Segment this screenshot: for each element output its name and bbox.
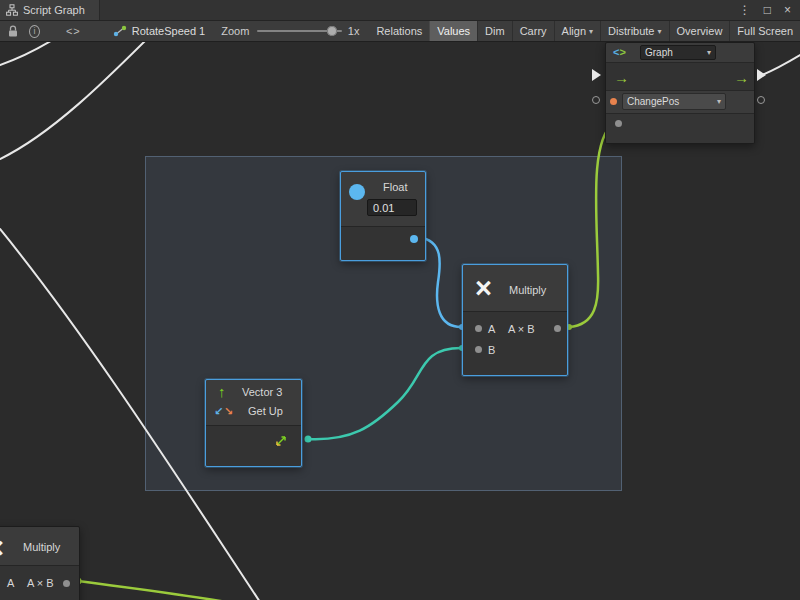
- port-label-a: A: [7, 576, 14, 590]
- node-port-area: A A × B: [0, 565, 79, 600]
- script-graph-window: Script Graph ⋮ □ × i <> RotateSpeed 1 Zo…: [0, 0, 800, 600]
- code-brackets-icon[interactable]: <>: [66, 25, 81, 37]
- node-port-area: [606, 113, 754, 143]
- button-label: Align: [562, 25, 586, 37]
- info-icon[interactable]: i: [29, 25, 40, 38]
- dropdown-label: Graph: [645, 47, 673, 58]
- multiply-input-b-port[interactable]: [475, 346, 482, 353]
- node-vector3-get-up[interactable]: ↑ Vector 3 ↙ ↘ Get Up: [205, 379, 302, 467]
- align-dropdown[interactable]: Align ▾: [554, 21, 600, 41]
- multiply-output-port[interactable]: [63, 580, 70, 587]
- toolbar-buttons: Relations Values Dim Carry Align ▾ Distr…: [369, 21, 800, 41]
- values-button[interactable]: Values: [429, 21, 477, 41]
- node-subtitle: Get Up: [248, 404, 283, 418]
- vector-axes-icon: [274, 434, 288, 448]
- multiply-icon: ×: [0, 533, 4, 563]
- node-title: Vector 3: [242, 385, 282, 399]
- graph-canvas[interactable]: Float 0.01 × Multiply A A × B B ↑: [0, 42, 800, 600]
- button-label: Dim: [485, 25, 505, 37]
- button-label: Carry: [520, 25, 547, 37]
- float-value-field[interactable]: 0.01: [367, 199, 417, 216]
- flow-output-port[interactable]: [757, 69, 766, 81]
- tab-script-graph[interactable]: Script Graph: [0, 0, 100, 20]
- port-label-b: B: [488, 343, 495, 357]
- chevron-down-icon: ▾: [707, 48, 711, 57]
- port-label-a: A: [488, 322, 495, 336]
- node-port-area: A A × B B: [463, 311, 567, 375]
- kebab-menu-icon[interactable]: ⋮: [739, 3, 751, 17]
- script-graph-icon: [6, 4, 18, 16]
- wire-partial-multiply-offscreen[interactable]: [78, 581, 238, 600]
- port-label-axb: A × B: [508, 322, 535, 336]
- dim-button[interactable]: Dim: [477, 21, 512, 41]
- button-label: Relations: [376, 25, 422, 37]
- chevron-down-icon: ▾: [717, 97, 721, 106]
- button-label: Distribute: [608, 25, 654, 37]
- visual-scripting-icon: <>: [613, 45, 626, 59]
- chevron-down-icon: ▾: [658, 27, 662, 36]
- maximize-icon[interactable]: □: [764, 3, 771, 17]
- multiply-icon: ×: [475, 273, 492, 303]
- float-value: 0.01: [373, 202, 394, 214]
- port-label-axb: A × B: [27, 576, 54, 590]
- wire-offscreen-top-right[interactable]: [762, 55, 800, 75]
- zoom-value: 1x: [348, 25, 360, 37]
- vector3-icon: ↑: [218, 384, 226, 399]
- close-icon[interactable]: ×: [784, 3, 791, 17]
- node-multiply-partial[interactable]: × Multiply A A × B: [0, 526, 80, 600]
- bracket-right: >: [619, 46, 625, 58]
- zoom-slider[interactable]: [257, 25, 341, 37]
- changepos-dropdown[interactable]: ChangePos ▾: [622, 93, 726, 110]
- zoom-label: Zoom: [221, 25, 249, 37]
- full-screen-button[interactable]: Full Screen: [729, 21, 800, 41]
- float-type-icon: [349, 184, 365, 200]
- chevron-down-icon: ▾: [589, 27, 593, 36]
- wire-offscreen-top-left-1[interactable]: [0, 42, 152, 159]
- overview-button[interactable]: Overview: [669, 21, 730, 41]
- graph-reference-label: RotateSpeed 1: [132, 25, 205, 37]
- graph-toolbar: i <> RotateSpeed 1 Zoom 1x Relations Val…: [0, 21, 800, 42]
- subgraph-data-input-port[interactable]: [615, 120, 622, 127]
- window-title: Script Graph: [23, 4, 85, 16]
- flow-input-port[interactable]: [592, 69, 601, 81]
- float-output-port[interactable]: [410, 235, 418, 243]
- get-arrow-in-icon: ↙: [214, 406, 223, 417]
- zoom-slider-handle[interactable]: [327, 26, 337, 36]
- distribute-dropdown[interactable]: Distribute ▾: [600, 21, 668, 41]
- multiply-output-port[interactable]: [554, 325, 561, 332]
- relations-button[interactable]: Relations: [369, 21, 429, 41]
- get-arrow-out-icon: ↘: [224, 406, 233, 417]
- graph-reference[interactable]: RotateSpeed 1: [113, 25, 205, 37]
- button-label: Values: [437, 25, 470, 37]
- flow-out-arrow-icon[interactable]: →: [734, 70, 749, 85]
- multiply-input-a-port[interactable]: [475, 325, 482, 332]
- graph-object-port[interactable]: [610, 98, 617, 105]
- window-controls: ⋮ □ ×: [739, 3, 800, 17]
- node-subgraph-changepos[interactable]: <> Graph ▾ → → ChangePos ▾: [605, 42, 755, 144]
- window-titlebar: Script Graph ⋮ □ ×: [0, 0, 800, 21]
- carry-button[interactable]: Carry: [512, 21, 554, 41]
- node-float[interactable]: Float 0.01: [340, 171, 426, 261]
- node-multiply[interactable]: × Multiply A A × B B: [462, 264, 568, 376]
- node-title: Float: [383, 180, 407, 194]
- flow-in-arrow-icon[interactable]: →: [614, 70, 629, 85]
- script-machine-icon: [113, 25, 127, 37]
- graph-dropdown[interactable]: Graph ▾: [640, 45, 716, 60]
- object-input-port[interactable]: [592, 96, 600, 104]
- wire-offscreen-top-left-2[interactable]: [0, 42, 62, 65]
- dropdown-label: ChangePos: [627, 96, 679, 107]
- object-output-port[interactable]: [757, 96, 765, 104]
- node-port-area: [341, 226, 425, 260]
- button-label: Full Screen: [737, 25, 793, 37]
- node-port-area: [206, 425, 301, 466]
- node-title: Multiply: [23, 540, 60, 554]
- button-label: Overview: [677, 25, 723, 37]
- flow-row: → →: [606, 62, 754, 91]
- node-title: Multiply: [509, 283, 546, 297]
- lock-icon[interactable]: [7, 25, 19, 38]
